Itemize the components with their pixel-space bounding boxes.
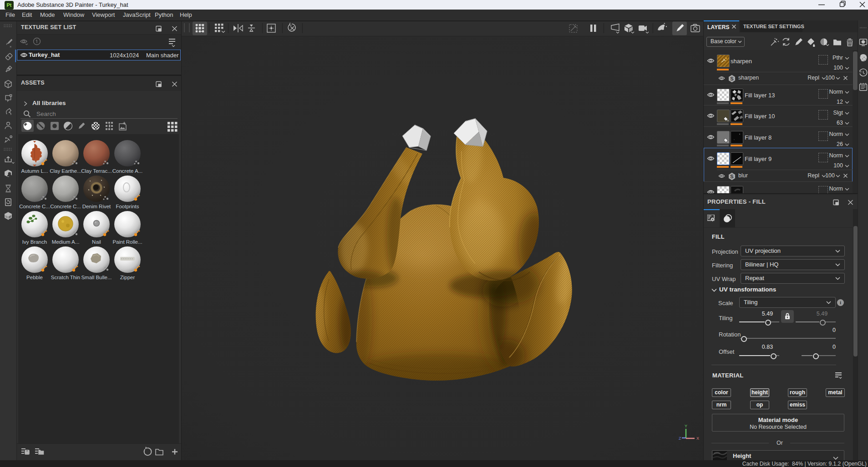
svg-text:Clay Earthe...: Clay Earthe... bbox=[50, 168, 81, 174]
svg-text:S: S bbox=[730, 76, 733, 81]
svg-text:Ivy Branch: Ivy Branch bbox=[22, 239, 47, 245]
svg-text:Medium A...: Medium A... bbox=[52, 239, 80, 245]
svg-text:X: X bbox=[696, 436, 699, 441]
svg-text:Concrete A...: Concrete A... bbox=[112, 168, 142, 174]
svg-text:Small Bulle...: Small Bulle... bbox=[81, 275, 112, 280]
svg-text:Autumn L...: Autumn L... bbox=[21, 168, 48, 174]
svg-text:Zipper: Zipper bbox=[120, 275, 135, 280]
svg-text:Scratch Thin: Scratch Thin bbox=[51, 275, 80, 280]
svg-text:Footprints: Footprints bbox=[116, 204, 139, 209]
svg-text:Z: Z bbox=[679, 436, 681, 441]
svg-text:Concrete C...: Concrete C... bbox=[50, 204, 81, 209]
svg-text:Pebble: Pebble bbox=[26, 275, 43, 280]
svg-text:Clay Terrac...: Clay Terrac... bbox=[81, 168, 112, 174]
svg-text:Denim Rivet: Denim Rivet bbox=[82, 204, 111, 209]
svg-text:Concrete C...: Concrete C... bbox=[19, 204, 50, 209]
svg-text:S: S bbox=[730, 174, 733, 179]
svg-text:Y: Y bbox=[685, 424, 687, 428]
svg-text:Nail: Nail bbox=[92, 239, 101, 245]
svg-text:Paint Rolle...: Paint Rolle... bbox=[112, 239, 142, 245]
